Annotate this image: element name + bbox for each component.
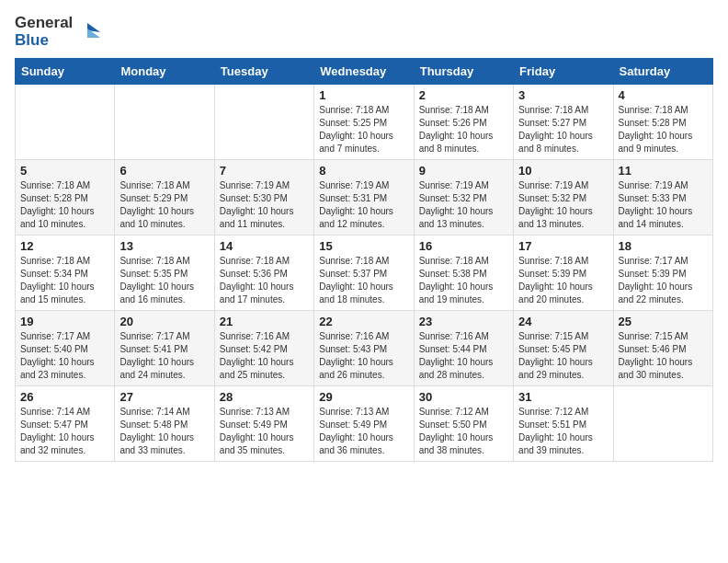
- calendar-cell: 9Sunrise: 7:19 AMSunset: 5:32 PMDaylight…: [414, 160, 513, 236]
- calendar-cell: 18Sunrise: 7:17 AMSunset: 5:39 PMDayligh…: [613, 236, 712, 311]
- calendar-cell: 19Sunrise: 7:17 AMSunset: 5:40 PMDayligh…: [16, 311, 115, 386]
- calendar-cell: 3Sunrise: 7:18 AMSunset: 5:27 PMDaylight…: [514, 85, 613, 160]
- day-number: 26: [20, 390, 109, 404]
- day-number: 7: [220, 164, 309, 178]
- day-number: 14: [220, 239, 309, 253]
- calendar-cell: 24Sunrise: 7:15 AMSunset: 5:45 PMDayligh…: [514, 311, 613, 386]
- calendar-cell: 17Sunrise: 7:18 AMSunset: 5:39 PMDayligh…: [514, 236, 613, 311]
- page-header: General Blue: [15, 15, 713, 49]
- day-number: 30: [419, 390, 508, 404]
- day-info: Sunrise: 7:12 AMSunset: 5:51 PMDaylight:…: [518, 406, 608, 457]
- calendar-week-3: 12Sunrise: 7:18 AMSunset: 5:34 PMDayligh…: [16, 236, 713, 311]
- calendar-cell: 29Sunrise: 7:13 AMSunset: 5:49 PMDayligh…: [314, 386, 414, 462]
- day-number: 4: [619, 88, 708, 102]
- day-info: Sunrise: 7:14 AMSunset: 5:47 PMDaylight:…: [20, 406, 109, 457]
- day-info: Sunrise: 7:17 AMSunset: 5:40 PMDaylight:…: [20, 330, 109, 382]
- calendar-cell: 25Sunrise: 7:15 AMSunset: 5:46 PMDayligh…: [613, 311, 712, 386]
- calendar-cell: 22Sunrise: 7:16 AMSunset: 5:43 PMDayligh…: [314, 311, 414, 386]
- calendar-cell: 15Sunrise: 7:18 AMSunset: 5:37 PMDayligh…: [314, 236, 414, 311]
- logo-bird-icon: [74, 19, 100, 45]
- day-info: Sunrise: 7:16 AMSunset: 5:44 PMDaylight:…: [419, 330, 508, 382]
- day-info: Sunrise: 7:18 AMSunset: 5:37 PMDaylight:…: [319, 255, 408, 306]
- day-number: 24: [518, 315, 608, 328]
- weekday-header-saturday: Saturday: [613, 59, 712, 85]
- calendar-cell: 8Sunrise: 7:19 AMSunset: 5:31 PMDaylight…: [314, 160, 414, 236]
- day-info: Sunrise: 7:18 AMSunset: 5:36 PMDaylight:…: [220, 255, 309, 306]
- calendar-cell: 31Sunrise: 7:12 AMSunset: 5:51 PMDayligh…: [514, 386, 613, 462]
- calendar-cell: 27Sunrise: 7:14 AMSunset: 5:48 PMDayligh…: [115, 386, 214, 462]
- day-number: 22: [319, 315, 408, 328]
- day-number: 8: [319, 164, 408, 178]
- day-info: Sunrise: 7:18 AMSunset: 5:38 PMDaylight:…: [419, 255, 508, 306]
- day-number: 10: [518, 164, 608, 178]
- calendar-cell: [613, 386, 712, 462]
- day-number: 11: [619, 164, 708, 178]
- calendar-cell: [16, 85, 115, 160]
- day-info: Sunrise: 7:18 AMSunset: 5:39 PMDaylight:…: [518, 255, 608, 306]
- calendar-cell: 14Sunrise: 7:18 AMSunset: 5:36 PMDayligh…: [214, 236, 313, 311]
- day-info: Sunrise: 7:19 AMSunset: 5:31 PMDaylight:…: [319, 179, 408, 231]
- calendar-cell: 16Sunrise: 7:18 AMSunset: 5:38 PMDayligh…: [414, 236, 513, 311]
- weekday-header-monday: Monday: [115, 59, 214, 85]
- day-number: 1: [319, 88, 408, 102]
- day-number: 23: [419, 315, 508, 328]
- day-info: Sunrise: 7:18 AMSunset: 5:29 PMDaylight:…: [119, 179, 209, 231]
- calendar-cell: 12Sunrise: 7:18 AMSunset: 5:34 PMDayligh…: [16, 236, 115, 311]
- calendar-cell: 30Sunrise: 7:12 AMSunset: 5:50 PMDayligh…: [414, 386, 513, 462]
- day-number: 19: [20, 315, 109, 328]
- calendar-week-4: 19Sunrise: 7:17 AMSunset: 5:40 PMDayligh…: [16, 311, 713, 386]
- day-info: Sunrise: 7:16 AMSunset: 5:42 PMDaylight:…: [220, 330, 309, 382]
- day-info: Sunrise: 7:19 AMSunset: 5:33 PMDaylight:…: [619, 179, 708, 231]
- day-number: 21: [220, 315, 309, 328]
- day-info: Sunrise: 7:18 AMSunset: 5:25 PMDaylight:…: [319, 104, 408, 155]
- day-info: Sunrise: 7:18 AMSunset: 5:27 PMDaylight:…: [518, 104, 608, 155]
- day-info: Sunrise: 7:15 AMSunset: 5:46 PMDaylight:…: [619, 330, 708, 382]
- day-number: 3: [518, 88, 608, 102]
- calendar-cell: 5Sunrise: 7:18 AMSunset: 5:28 PMDaylight…: [16, 160, 115, 236]
- day-info: Sunrise: 7:13 AMSunset: 5:49 PMDaylight:…: [319, 406, 408, 457]
- day-number: 5: [20, 164, 109, 178]
- calendar-cell: 20Sunrise: 7:17 AMSunset: 5:41 PMDayligh…: [115, 311, 214, 386]
- calendar-week-2: 5Sunrise: 7:18 AMSunset: 5:28 PMDaylight…: [16, 160, 713, 236]
- calendar-cell: 28Sunrise: 7:13 AMSunset: 5:49 PMDayligh…: [214, 386, 313, 462]
- calendar-cell: 26Sunrise: 7:14 AMSunset: 5:47 PMDayligh…: [16, 386, 115, 462]
- calendar-cell: 13Sunrise: 7:18 AMSunset: 5:35 PMDayligh…: [115, 236, 214, 311]
- calendar-cell: 2Sunrise: 7:18 AMSunset: 5:26 PMDaylight…: [414, 85, 513, 160]
- calendar-cell: 23Sunrise: 7:16 AMSunset: 5:44 PMDayligh…: [414, 311, 513, 386]
- weekday-header-sunday: Sunday: [16, 59, 115, 85]
- day-number: 25: [619, 315, 708, 328]
- calendar-table: SundayMondayTuesdayWednesdayThursdayFrid…: [15, 58, 713, 462]
- weekday-header-wednesday: Wednesday: [314, 59, 414, 85]
- day-info: Sunrise: 7:18 AMSunset: 5:28 PMDaylight:…: [20, 179, 109, 231]
- day-number: 12: [20, 239, 109, 253]
- day-info: Sunrise: 7:15 AMSunset: 5:45 PMDaylight:…: [518, 330, 608, 382]
- calendar-cell: 7Sunrise: 7:19 AMSunset: 5:30 PMDaylight…: [214, 160, 313, 236]
- calendar-cell: [214, 85, 313, 160]
- day-number: 2: [419, 88, 508, 102]
- day-number: 9: [419, 164, 508, 178]
- day-info: Sunrise: 7:18 AMSunset: 5:35 PMDaylight:…: [119, 255, 209, 306]
- day-number: 28: [220, 390, 309, 404]
- day-info: Sunrise: 7:17 AMSunset: 5:39 PMDaylight:…: [619, 255, 708, 306]
- day-info: Sunrise: 7:13 AMSunset: 5:49 PMDaylight:…: [220, 406, 309, 457]
- day-info: Sunrise: 7:17 AMSunset: 5:41 PMDaylight:…: [119, 330, 209, 382]
- day-number: 31: [518, 390, 608, 404]
- logo: General Blue: [15, 15, 100, 49]
- calendar-cell: 11Sunrise: 7:19 AMSunset: 5:33 PMDayligh…: [613, 160, 712, 236]
- day-number: 16: [419, 239, 508, 253]
- weekday-header-thursday: Thursday: [414, 59, 513, 85]
- calendar-cell: 4Sunrise: 7:18 AMSunset: 5:28 PMDaylight…: [613, 85, 712, 160]
- day-info: Sunrise: 7:16 AMSunset: 5:43 PMDaylight:…: [319, 330, 408, 382]
- calendar-cell: 10Sunrise: 7:19 AMSunset: 5:32 PMDayligh…: [514, 160, 613, 236]
- day-info: Sunrise: 7:18 AMSunset: 5:26 PMDaylight:…: [419, 104, 508, 155]
- weekday-header-tuesday: Tuesday: [214, 59, 313, 85]
- day-info: Sunrise: 7:19 AMSunset: 5:32 PMDaylight:…: [419, 179, 508, 231]
- day-number: 17: [518, 239, 608, 253]
- day-info: Sunrise: 7:19 AMSunset: 5:32 PMDaylight:…: [518, 179, 608, 231]
- day-info: Sunrise: 7:12 AMSunset: 5:50 PMDaylight:…: [419, 406, 508, 457]
- day-number: 29: [319, 390, 408, 404]
- calendar-cell: 1Sunrise: 7:18 AMSunset: 5:25 PMDaylight…: [314, 85, 414, 160]
- day-number: 18: [619, 239, 708, 253]
- calendar-cell: [115, 85, 214, 160]
- day-number: 27: [119, 390, 209, 404]
